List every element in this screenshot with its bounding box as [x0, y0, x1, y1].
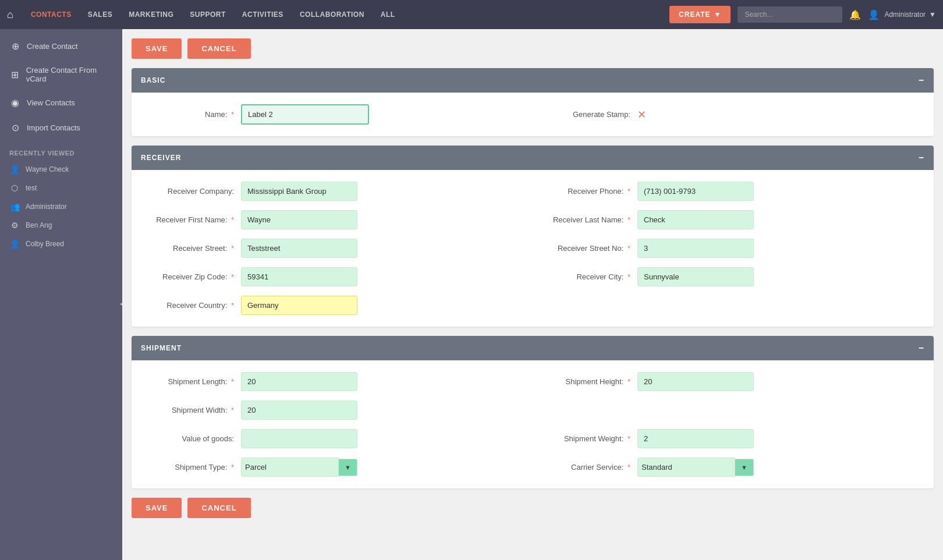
receiver-city-group: Receiver City: *: [537, 267, 924, 286]
receiver-firstname-group: Receiver First Name: *: [141, 210, 528, 229]
save-button-top[interactable]: SAVE: [132, 38, 182, 59]
receiver-zip-group: Receiver Zip Code: *: [141, 267, 528, 286]
save-button-bottom[interactable]: SAVE: [132, 498, 182, 518]
carrier-service-dropdown-btn[interactable]: ▼: [735, 459, 754, 476]
shipment-height-input[interactable]: [637, 372, 754, 391]
hexagon-icon: ⬡: [9, 183, 20, 193]
shipment-length-input[interactable]: [241, 372, 357, 391]
shipment-weight-input[interactable]: [637, 429, 754, 448]
receiver-phone-input[interactable]: [637, 182, 754, 201]
receiver-lastname-group: Receiver Last Name: *: [537, 210, 924, 229]
receiver-country-group: Receiver Country: *: [141, 296, 924, 315]
receiver-phone-label: Receiver Phone: *: [537, 187, 630, 196]
receiver-street-label: Receiver Street: *: [141, 244, 234, 253]
nav-support[interactable]: SUPPORT: [182, 0, 234, 29]
sidebar-item-create-from-vcard[interactable]: ⊞ Create Contact From vCard: [0, 59, 122, 90]
receiver-zip-input[interactable]: [241, 267, 357, 286]
sidebar: ⊕ Create Contact ⊞ Create Contact From v…: [0, 29, 122, 560]
nav-sales[interactable]: SALES: [80, 0, 121, 29]
receiver-street-group: Receiver Street: *: [141, 239, 528, 258]
shipment-weight-label: Shipment Weight: *: [537, 434, 630, 443]
vcard-icon: ⊞: [9, 69, 20, 80]
cancel-button-bottom[interactable]: CANCEL: [187, 498, 250, 518]
basic-section-body: Name: * Generate Stamp: ✕: [132, 93, 934, 136]
shipment-goods-label: Value of goods:: [141, 434, 234, 443]
receiver-city-label: Receiver City: *: [537, 272, 630, 281]
receiver-country-label: Receiver Country: *: [141, 301, 234, 310]
shipment-row-1: Shipment Length: * Shipment Height: *: [141, 372, 924, 391]
gear-icon: ⚙: [9, 221, 20, 230]
name-field-group: Name: *: [141, 104, 528, 125]
name-required-indicator: *: [231, 110, 234, 119]
user-area[interactable]: Administrator ▼: [884, 10, 936, 19]
shipment-goods-input[interactable]: [241, 429, 357, 448]
receiver-firstname-input[interactable]: [241, 210, 357, 229]
shipment-type-dropdown-btn[interactable]: ▼: [339, 459, 357, 476]
generate-stamp-label: Generate Stamp:: [537, 110, 630, 119]
receiver-zip-label: Receiver Zip Code: *: [141, 272, 234, 281]
receiver-country-input[interactable]: [241, 296, 357, 315]
nav-contacts[interactable]: CONTACTS: [23, 0, 80, 29]
receiver-city-input[interactable]: [637, 267, 754, 286]
shipment-length-label: Shipment Length: *: [141, 377, 234, 386]
sidebar-item-import-contacts[interactable]: ⊙ Import Contacts: [0, 115, 122, 140]
recent-item-test[interactable]: ⬡ test: [0, 179, 122, 197]
recent-item-benang[interactable]: ⚙ Ben Ang: [0, 216, 122, 235]
receiver-company-group: Receiver Company:: [141, 182, 528, 201]
import-icon: ⊙: [9, 122, 21, 133]
receiver-section: RECEIVER − Receiver Company: Receiver Ph…: [132, 146, 934, 327]
shipment-type-label: Shipment Type: *: [141, 463, 234, 472]
receiver-streetno-label: Receiver Street No: *: [537, 244, 630, 253]
nav-marketing[interactable]: MARKETING: [120, 0, 182, 29]
view-contacts-icon: ◉: [9, 97, 21, 108]
name-label: Name: *: [141, 110, 234, 119]
receiver-collapse-icon[interactable]: −: [919, 153, 924, 163]
receiver-company-label: Receiver Company:: [141, 187, 234, 196]
receiver-row-3: Receiver Street: * Receiver Street No: *: [141, 239, 924, 258]
recent-item-wayne[interactable]: 👤 Wayne Check: [0, 160, 122, 179]
nav-items: CONTACTS SALES MARKETING SUPPORT ACTIVIT…: [23, 0, 403, 29]
recent-item-administrator[interactable]: 👥 Administrator: [0, 197, 122, 216]
sidebar-collapse-button[interactable]: ◀: [116, 295, 122, 312]
bell-icon[interactable]: 🔔: [849, 9, 861, 20]
basic-collapse-icon[interactable]: −: [919, 75, 924, 86]
receiver-company-input[interactable]: [241, 182, 357, 201]
receiver-street-input[interactable]: [241, 239, 357, 258]
receiver-row-1: Receiver Company: Receiver Phone: *: [141, 182, 924, 201]
carrier-service-label: Carrier Service: *: [537, 463, 630, 472]
receiver-streetno-input[interactable]: [637, 239, 754, 258]
shipment-width-input[interactable]: [241, 400, 357, 420]
shipment-section: SHIPMENT − Shipment Length: * Sh: [132, 336, 934, 488]
receiver-streetno-group: Receiver Street No: *: [537, 239, 924, 258]
user-icon[interactable]: 👤: [868, 9, 880, 20]
shipment-row-4: Shipment Type: * Parcel ▼ Carrier Serv: [141, 458, 924, 477]
name-input[interactable]: [241, 104, 369, 125]
shipment-section-header: SHIPMENT −: [132, 336, 934, 360]
cancel-button-top[interactable]: CANCEL: [187, 38, 250, 59]
create-button[interactable]: CREATE ▼: [669, 6, 731, 23]
receiver-lastname-label: Receiver Last Name: *: [537, 215, 630, 224]
shipment-length-group: Shipment Length: *: [141, 372, 528, 391]
shipment-type-select[interactable]: Parcel: [241, 458, 339, 477]
home-icon[interactable]: ⌂: [7, 9, 13, 21]
shipment-width-label: Shipment Width: *: [141, 406, 234, 414]
receiver-row-4: Receiver Zip Code: * Receiver City: *: [141, 267, 924, 286]
action-bar-top: SAVE CANCEL: [132, 38, 934, 59]
receiver-section-header: RECEIVER −: [132, 146, 934, 170]
nav-all[interactable]: ALL: [373, 0, 403, 29]
sidebar-item-create-contact[interactable]: ⊕ Create Contact: [0, 34, 122, 59]
sidebar-item-view-contacts[interactable]: ◉ View Contacts: [0, 90, 122, 115]
shipment-goods-group: Value of goods:: [141, 429, 528, 448]
group-icon: 👥: [9, 202, 20, 211]
shipment-collapse-icon[interactable]: −: [919, 343, 924, 353]
carrier-service-select[interactable]: Standard: [637, 458, 735, 477]
shipment-row-2: Shipment Width: *: [141, 400, 924, 420]
receiver-lastname-input[interactable]: [637, 210, 754, 229]
nav-collaboration[interactable]: COLLABORATION: [292, 0, 373, 29]
nav-activities[interactable]: ACTIVITIES: [234, 0, 292, 29]
search-input[interactable]: [738, 6, 842, 23]
basic-name-row: Name: * Generate Stamp: ✕: [141, 104, 924, 125]
receiver-row-2: Receiver First Name: * Receiver Last Nam…: [141, 210, 924, 229]
generate-stamp-x-icon[interactable]: ✕: [637, 108, 646, 121]
recent-item-colby[interactable]: 👤 Colby Breed: [0, 235, 122, 253]
